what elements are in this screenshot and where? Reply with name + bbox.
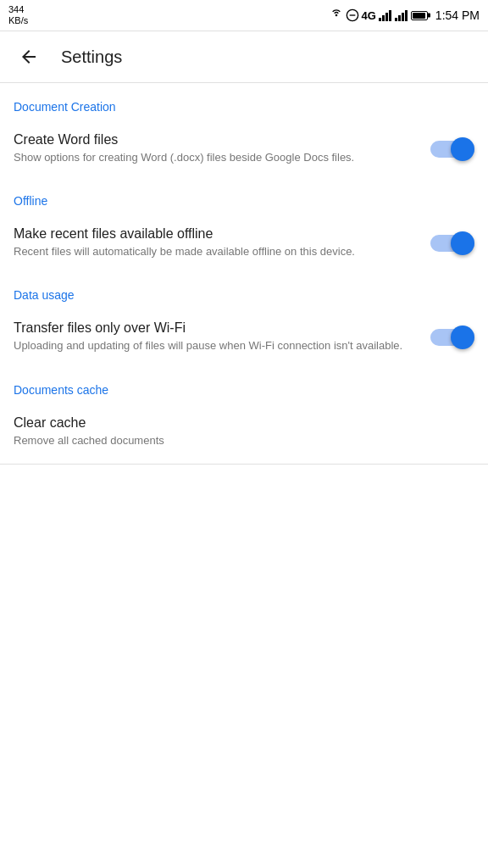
setting-title-create-word-files: Create Word files — [14, 132, 417, 147]
setting-item-transfer-wifi-only[interactable]: Transfer files only over Wi-Fi Uploading… — [0, 309, 488, 365]
back-button[interactable] — [14, 42, 44, 72]
network-speed: 344 KB/s — [8, 4, 28, 26]
battery-icon — [411, 11, 428, 20]
setting-title-make-recent-offline: Make recent files available offline — [14, 226, 417, 242]
setting-text-make-recent-offline: Make recent files available offline Rece… — [14, 226, 430, 259]
svg-rect-4 — [382, 15, 385, 21]
toggle-make-recent-offline[interactable] — [430, 231, 474, 256]
signal-icon-1 — [379, 9, 392, 21]
svg-rect-3 — [379, 18, 381, 21]
setting-title-clear-cache: Clear cache — [14, 415, 461, 431]
setting-item-make-recent-offline[interactable]: Make recent files available offline Rece… — [0, 214, 488, 271]
bottom-divider — [0, 464, 488, 465]
svg-rect-8 — [398, 15, 401, 21]
setting-item-clear-cache[interactable]: Clear cache Remove all cached documents — [0, 403, 488, 460]
app-bar: Settings — [0, 31, 488, 82]
svg-rect-7 — [395, 18, 397, 21]
toggle-transfer-wifi-only[interactable] — [430, 325, 474, 350]
network-type-label: 4G — [362, 9, 376, 22]
section-header-documents-cache: Documents cache — [0, 366, 488, 403]
svg-rect-6 — [389, 10, 391, 21]
svg-rect-9 — [402, 13, 404, 21]
setting-text-transfer-wifi-only: Transfer files only over Wi-Fi Uploading… — [14, 320, 430, 353]
setting-description-create-word-files: Show options for creating Word (.docx) f… — [14, 150, 417, 165]
status-icons: 4G 1:54 PM — [330, 8, 480, 22]
do-not-disturb-icon — [346, 8, 359, 22]
page-title: Settings — [61, 47, 122, 67]
svg-point-0 — [335, 14, 337, 17]
setting-description-make-recent-offline: Recent files will automatically be made … — [14, 244, 417, 259]
svg-rect-10 — [405, 10, 408, 21]
toggle-thumb — [451, 137, 474, 161]
setting-title-transfer-wifi-only: Transfer files only over Wi-Fi — [14, 320, 417, 336]
settings-content: Document Creation Create Word files Show… — [0, 83, 488, 465]
section-header-offline: Offline — [0, 177, 488, 214]
status-time: 1:54 PM — [435, 8, 480, 22]
toggle-thumb — [451, 326, 474, 349]
setting-text-create-word-files: Create Word files Show options for creat… — [14, 132, 430, 165]
status-bar: 344 KB/s 4G — [0, 0, 488, 31]
section-header-document-creation: Document Creation — [0, 83, 488, 120]
setting-description-transfer-wifi-only: Uploading and updating of files will pau… — [14, 338, 417, 353]
svg-rect-5 — [385, 13, 388, 21]
setting-description-clear-cache: Remove all cached documents — [14, 433, 461, 448]
setting-text-clear-cache: Clear cache Remove all cached documents — [14, 415, 474, 448]
toggle-thumb — [451, 231, 474, 255]
broadcast-icon — [330, 8, 343, 22]
signal-icon-2 — [395, 9, 408, 21]
toggle-create-word-files[interactable] — [430, 136, 474, 162]
setting-item-create-word-files[interactable]: Create Word files Show options for creat… — [0, 120, 488, 177]
section-header-data-usage: Data usage — [0, 271, 488, 309]
